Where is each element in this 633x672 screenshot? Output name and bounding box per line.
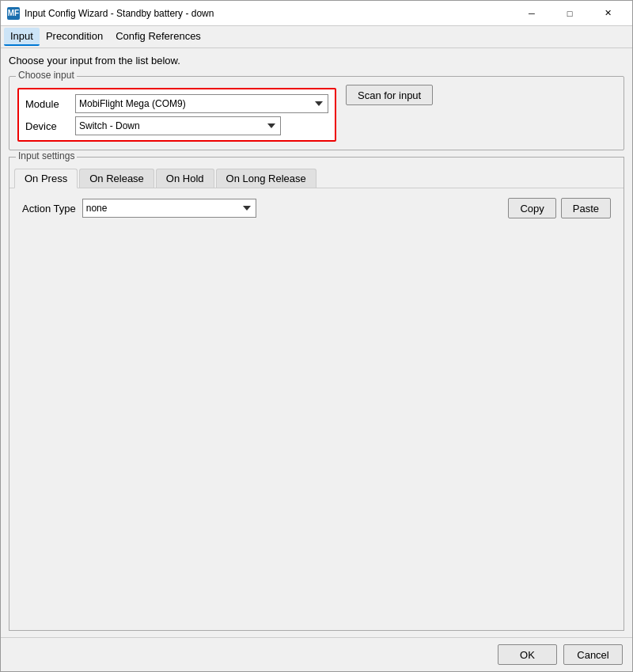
titlebar: MF Input Config Wizard - Standby battery… bbox=[1, 1, 632, 26]
content-area: Choose your input from the list below. C… bbox=[1, 48, 632, 637]
app-icon: MF bbox=[7, 7, 20, 20]
device-select[interactable]: Switch - Down bbox=[75, 116, 281, 135]
action-type-row: Action Type none Copy Paste bbox=[22, 198, 611, 218]
close-button[interactable]: ✕ bbox=[589, 2, 626, 25]
action-type-select[interactable]: none bbox=[82, 199, 256, 218]
action-type-label: Action Type bbox=[22, 203, 76, 215]
choose-input-group: Choose input Module MobiFlight Mega (COM… bbox=[9, 76, 624, 150]
page-subtitle: Choose your input from the list below. bbox=[9, 55, 624, 66]
module-row: Module MobiFlight Mega (COM9) bbox=[25, 94, 328, 113]
device-label: Device bbox=[25, 120, 69, 132]
menu-item-precondition[interactable]: Precondition bbox=[40, 28, 109, 46]
menu-item-config-references[interactable]: Config References bbox=[109, 28, 207, 46]
menu-item-input[interactable]: Input bbox=[4, 28, 40, 46]
tab-on-hold[interactable]: On Hold bbox=[156, 169, 214, 188]
module-select[interactable]: MobiFlight Mega (COM9) bbox=[75, 94, 328, 113]
device-row: Device Switch - Down bbox=[25, 116, 328, 135]
footer: OK Cancel bbox=[1, 637, 632, 671]
module-label: Module bbox=[25, 98, 69, 110]
scan-for-input-button[interactable]: Scan for input bbox=[346, 85, 433, 105]
copy-button[interactable]: Copy bbox=[508, 198, 555, 218]
choose-input-inner-box: Module MobiFlight Mega (COM9) Device Swi… bbox=[17, 88, 336, 142]
window-title: Input Config Wizard - Standby battery - … bbox=[25, 8, 514, 19]
tab-content-on-press: Action Type none Copy Paste bbox=[9, 188, 624, 630]
action-type-buttons: Copy Paste bbox=[508, 198, 611, 218]
menu-bar: Input Precondition Config References bbox=[1, 26, 632, 48]
tabs-container: On Press On Release On Hold On Long Rele… bbox=[9, 162, 624, 188]
tab-on-press[interactable]: On Press bbox=[14, 169, 78, 188]
action-type-left: Action Type none bbox=[22, 199, 256, 218]
main-window: MF Input Config Wizard - Standby battery… bbox=[0, 0, 633, 672]
titlebar-buttons: ─ □ ✕ bbox=[514, 2, 626, 25]
minimize-button[interactable]: ─ bbox=[514, 2, 550, 25]
input-settings-group: Input settings On Press On Release On Ho… bbox=[9, 157, 624, 631]
tab-on-release[interactable]: On Release bbox=[79, 169, 154, 188]
choose-input-label: Choose input bbox=[16, 70, 77, 81]
tab-on-long-release[interactable]: On Long Release bbox=[216, 169, 316, 188]
cancel-button[interactable]: Cancel bbox=[563, 644, 623, 665]
input-settings-label: Input settings bbox=[16, 150, 77, 161]
maximize-button[interactable]: □ bbox=[552, 2, 588, 25]
ok-button[interactable]: OK bbox=[498, 644, 557, 665]
paste-button[interactable]: Paste bbox=[561, 198, 611, 218]
